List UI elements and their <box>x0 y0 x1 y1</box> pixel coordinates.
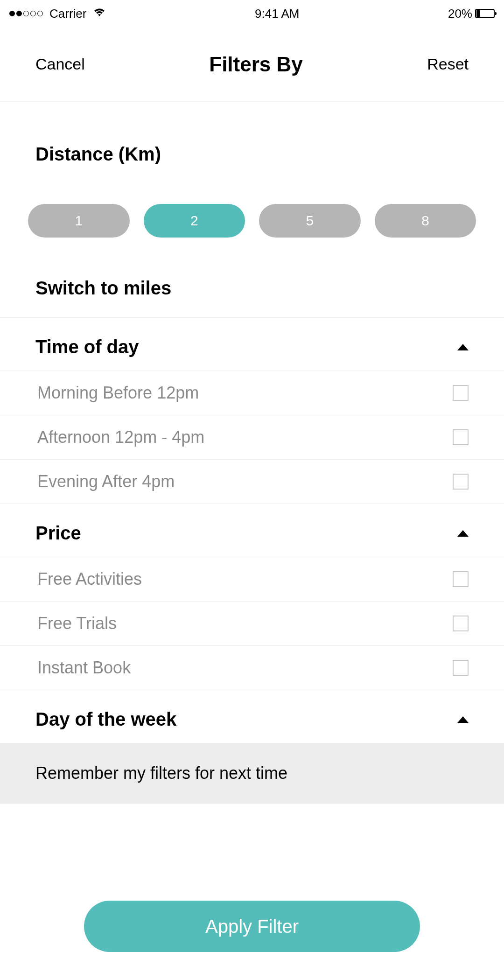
checkbox[interactable] <box>453 385 469 401</box>
signal-strength-icon <box>9 11 43 16</box>
switch-units-row[interactable]: Switch to miles <box>0 238 504 317</box>
option-label: Free Trials <box>37 614 117 633</box>
option-label: Instant Book <box>37 658 131 678</box>
chevron-up-icon <box>457 344 469 350</box>
price-option-free-trials[interactable]: Free Trials <box>0 602 504 646</box>
distance-section: Distance (Km) <box>0 102 504 183</box>
distance-pill-5[interactable]: 5 <box>259 204 361 238</box>
carrier-label: Carrier <box>49 7 86 21</box>
price-option-free-activities[interactable]: Free Activities <box>0 557 504 602</box>
time-option-afternoon[interactable]: Afternoon 12pm - 4pm <box>0 415 504 460</box>
option-label: Morning Before 12pm <box>37 383 199 403</box>
cancel-button[interactable]: Cancel <box>35 55 85 73</box>
distance-pill-2[interactable]: 2 <box>144 204 245 238</box>
checkbox[interactable] <box>453 616 469 631</box>
battery-icon <box>475 9 495 18</box>
wifi-icon <box>93 7 106 20</box>
time-option-morning[interactable]: Morning Before 12pm <box>0 371 504 415</box>
option-label: Free Activities <box>37 569 142 589</box>
status-left: Carrier <box>9 7 106 21</box>
checkbox[interactable] <box>453 571 469 587</box>
distance-heading: Distance (Km) <box>35 144 469 165</box>
footer: Apply Filter <box>0 873 504 980</box>
status-bar: Carrier 9:41 AM 20% <box>0 0 504 27</box>
option-label: Evening After 4pm <box>37 472 175 491</box>
distance-pills: 1 2 5 8 <box>0 204 504 238</box>
option-label: Afternoon 12pm - 4pm <box>37 427 204 447</box>
time-option-evening[interactable]: Evening After 4pm <box>0 460 504 504</box>
remember-filters-row[interactable]: Remember my filters for next time <box>0 743 504 804</box>
remember-filters-label: Remember my filters for next time <box>35 763 469 783</box>
chevron-up-icon <box>457 716 469 723</box>
switch-units-label: Switch to miles <box>35 278 469 299</box>
nav-bar: Cancel Filters By Reset <box>0 27 504 102</box>
checkbox[interactable] <box>453 429 469 445</box>
checkbox[interactable] <box>453 660 469 676</box>
day-of-week-header[interactable]: Day of the week <box>0 690 504 743</box>
price-heading: Price <box>35 523 81 544</box>
day-of-week-section: Day of the week <box>0 690 504 743</box>
apply-filter-button[interactable]: Apply Filter <box>84 901 420 952</box>
time-of-day-section: Time of day Morning Before 12pm Afternoo… <box>0 317 504 504</box>
chevron-up-icon <box>457 530 469 537</box>
time-of-day-heading: Time of day <box>35 336 139 357</box>
price-header[interactable]: Price <box>0 504 504 557</box>
page-title: Filters By <box>209 53 303 76</box>
day-of-week-heading: Day of the week <box>35 709 176 730</box>
price-option-instant-book[interactable]: Instant Book <box>0 646 504 690</box>
distance-pill-1[interactable]: 1 <box>28 204 130 238</box>
checkbox[interactable] <box>453 474 469 490</box>
price-section: Price Free Activities Free Trials Instan… <box>0 504 504 690</box>
time-of-day-header[interactable]: Time of day <box>0 318 504 371</box>
reset-button[interactable]: Reset <box>427 55 469 73</box>
distance-pill-8[interactable]: 8 <box>375 204 476 238</box>
status-right: 20% <box>448 7 495 21</box>
battery-percent: 20% <box>448 7 472 21</box>
status-time: 9:41 AM <box>255 7 299 21</box>
